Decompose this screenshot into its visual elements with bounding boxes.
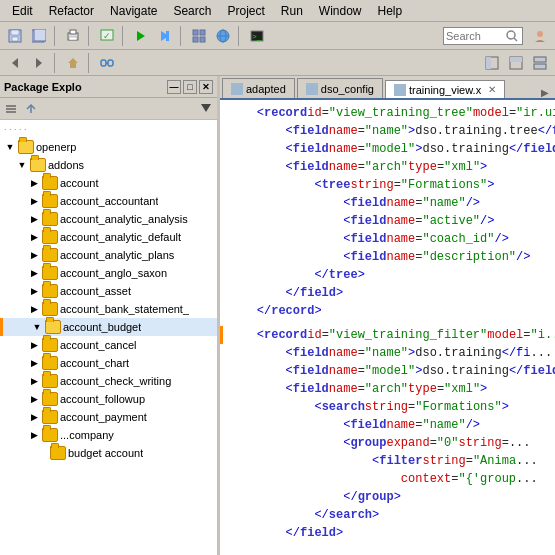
- tree-label-cancel: account_cancel: [60, 339, 136, 351]
- tree-item-account-payment[interactable]: ▶ account_payment: [0, 408, 217, 426]
- tree-toggle-cancel[interactable]: ▶: [28, 339, 40, 351]
- layout3-button[interactable]: [529, 52, 551, 74]
- svg-line-23: [514, 38, 517, 41]
- check-button[interactable]: ✓: [96, 25, 118, 47]
- tree-toggle-check-writing[interactable]: ▶: [28, 375, 40, 387]
- tree-toggle-analytic-plans[interactable]: ▶: [28, 249, 40, 261]
- tree-item-account-budget[interactable]: ▼ account_budget: [0, 318, 217, 336]
- code-line-22: context="{'group...: [228, 470, 547, 488]
- view-menu-button[interactable]: [197, 100, 215, 118]
- search-box[interactable]: [443, 27, 523, 45]
- menu-search[interactable]: Search: [165, 2, 219, 20]
- grid-button[interactable]: [188, 25, 210, 47]
- tree-toggle-anglo-saxon[interactable]: ▶: [28, 267, 40, 279]
- tree-item-account-analytic-plans[interactable]: ▶ account_analytic_plans: [0, 246, 217, 264]
- svg-text:✓: ✓: [103, 31, 111, 41]
- tree-item-account[interactable]: ▶ account: [0, 174, 217, 192]
- close-panel-button[interactable]: ✕: [199, 80, 213, 94]
- tree-item-account-analytic-default[interactable]: ▶ account_analytic_default: [0, 228, 217, 246]
- tree-toggle-chart[interactable]: ▶: [28, 357, 40, 369]
- tab-training-view[interactable]: training_view.x ✕: [385, 80, 505, 100]
- minimize-panel-button[interactable]: —: [167, 80, 181, 94]
- tree-toggle-addons[interactable]: ▼: [16, 159, 28, 171]
- tree-item-account-anglo-saxon[interactable]: ▶ account_anglo_saxon: [0, 264, 217, 282]
- tree-item-company[interactable]: ▶ ...company: [0, 426, 217, 444]
- home-button[interactable]: [62, 52, 84, 74]
- panel-header-buttons: — □ ✕: [167, 80, 213, 94]
- tree-toggle-accountant[interactable]: ▶: [28, 195, 40, 207]
- tree-item-account-bank-statement[interactable]: ▶ account_bank_statement_: [0, 300, 217, 318]
- code-line-14: <record id="view_training_filter" model=…: [220, 326, 547, 344]
- folder-icon-openerp: [18, 140, 34, 154]
- panel-title: Package Explo: [4, 81, 167, 93]
- menu-window[interactable]: Window: [311, 2, 370, 20]
- save-all-button[interactable]: [28, 25, 50, 47]
- profile-icon[interactable]: [529, 25, 551, 47]
- link-button[interactable]: [96, 52, 118, 74]
- link-with-editor-button[interactable]: [22, 100, 40, 118]
- menu-navigate[interactable]: Navigate: [102, 2, 165, 20]
- package-tree[interactable]: · · · · · ▼ openerp ▼ addons ▶ a: [0, 120, 217, 555]
- menu-edit[interactable]: Edit: [4, 2, 41, 20]
- menu-run[interactable]: Run: [273, 2, 311, 20]
- tree-item-account-cancel[interactable]: ▶ account_cancel: [0, 336, 217, 354]
- tree-label-budget-account: budget account: [68, 447, 143, 459]
- tree-item-account-analytic-analysis[interactable]: ▶ account_analytic_analysis: [0, 210, 217, 228]
- tab-scroll-right[interactable]: ▶: [541, 87, 549, 98]
- folder-icon-account: [42, 176, 58, 190]
- folder-icon-followup: [42, 392, 58, 406]
- svg-rect-7: [69, 37, 77, 40]
- tree-toggle-bank-statement[interactable]: ▶: [28, 303, 40, 315]
- code-line-3: <field name="model">dso.training</field>: [228, 140, 547, 158]
- search-input[interactable]: [446, 30, 506, 42]
- code-line-19: <field name="name" />: [228, 416, 547, 434]
- tree-toggle-company[interactable]: ▶: [28, 429, 40, 441]
- back-button[interactable]: [4, 52, 26, 74]
- search-icon: [506, 30, 518, 42]
- tree-item-openerp[interactable]: ▼ openerp: [0, 138, 217, 156]
- menu-refactor[interactable]: Refactor: [41, 2, 102, 20]
- secondary-toolbar: [0, 50, 555, 76]
- tab-adapted[interactable]: adapted: [222, 78, 295, 98]
- tree-item-account-chart[interactable]: ▶ account_chart: [0, 354, 217, 372]
- tree-toggle-payment[interactable]: ▶: [28, 411, 40, 423]
- tree-toggle-asset[interactable]: ▶: [28, 285, 40, 297]
- code-line-9: <field name="description" />: [228, 248, 547, 266]
- globe-button[interactable]: [212, 25, 234, 47]
- tree-item-account-accountant[interactable]: ▶ account_accountant: [0, 192, 217, 210]
- svg-rect-14: [200, 30, 205, 35]
- code-line-1: <record id="view_training_tree" model="i…: [228, 104, 547, 122]
- terminal-button[interactable]: >_: [246, 25, 268, 47]
- print-button[interactable]: [62, 25, 84, 47]
- run-dropdown-button[interactable]: [130, 25, 152, 47]
- toolbar2-sep2: [88, 53, 92, 73]
- debug-button[interactable]: [154, 25, 176, 47]
- tree-item-account-check-writing[interactable]: ▶ account_check_writing: [0, 372, 217, 390]
- collapse-all-button[interactable]: [2, 100, 20, 118]
- tree-label-openerp: openerp: [36, 141, 76, 153]
- tab-dso-config[interactable]: dso_config: [297, 78, 383, 98]
- tree-toggle-budget[interactable]: ▼: [31, 321, 43, 333]
- tree-item-budget-account[interactable]: budget account: [8, 444, 217, 462]
- tree-toggle-analytic-analysis[interactable]: ▶: [28, 213, 40, 225]
- tab-close-x[interactable]: ✕: [488, 84, 496, 95]
- maximize-panel-button[interactable]: □: [183, 80, 197, 94]
- editor-content-area[interactable]: <record id="view_training_tree" model="i…: [220, 100, 555, 555]
- tree-item-addons[interactable]: ▼ addons: [0, 156, 217, 174]
- menu-project[interactable]: Project: [219, 2, 272, 20]
- tree-item-account-followup[interactable]: ▶ account_followup: [0, 390, 217, 408]
- folder-icon-bank-statement: [42, 302, 58, 316]
- svg-marker-41: [201, 104, 211, 112]
- tree-toggle-openerp[interactable]: ▼: [4, 141, 16, 153]
- tree-toggle-account[interactable]: ▶: [28, 177, 40, 189]
- layout1-button[interactable]: [481, 52, 503, 74]
- layout2-button[interactable]: [505, 52, 527, 74]
- forward-button[interactable]: [28, 52, 50, 74]
- menu-help[interactable]: Help: [370, 2, 411, 20]
- tree-item-account-asset[interactable]: ▶ account_asset: [0, 282, 217, 300]
- tree-toggle-analytic-default[interactable]: ▶: [28, 231, 40, 243]
- save-button[interactable]: [4, 25, 26, 47]
- code-line-5: <tree string="Formations">: [228, 176, 547, 194]
- tree-label-company: ...company: [60, 429, 114, 441]
- tree-toggle-followup[interactable]: ▶: [28, 393, 40, 405]
